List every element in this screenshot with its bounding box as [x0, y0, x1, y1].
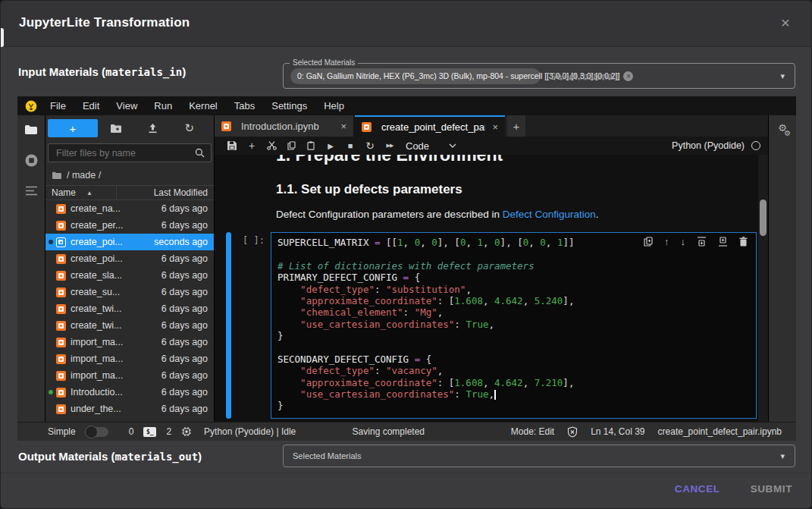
delete-cell-icon[interactable] — [739, 237, 748, 247]
file-row[interactable]: create_su...6 days ago — [45, 284, 214, 300]
code-cell[interactable]: [ ]: SUPERCELL_MATRIX = [[1, 0, 0], [0, … — [226, 232, 768, 419]
column-header-modified[interactable]: Last Modified — [117, 187, 214, 198]
cut-cells-icon[interactable] — [262, 141, 281, 150]
cell-collapser[interactable] — [226, 232, 231, 419]
table-of-contents-icon[interactable] — [25, 186, 38, 196]
file-row[interactable]: import_ma...6 days ago — [45, 334, 214, 350]
output-materials-select[interactable]: Selected Materials ▾ — [283, 445, 795, 467]
tab-introduction[interactable]: Introduction.ipynb × — [215, 115, 355, 137]
breadcrumb[interactable]: / made / — [45, 165, 214, 185]
notebook-file-icon — [56, 388, 66, 397]
chevron-down-icon[interactable]: ▾ — [780, 451, 785, 461]
file-name: create_poi... — [71, 237, 154, 247]
new-folder-icon[interactable] — [98, 124, 134, 134]
file-row[interactable]: create_poi...6 days ago — [45, 250, 214, 267]
insert-cell-above-icon[interactable] — [697, 237, 707, 247]
cancel-button[interactable]: CANCEL — [675, 483, 720, 495]
active-filename[interactable]: create_point_defect_pair.ipynb — [658, 426, 782, 437]
run-cell-icon[interactable]: ▶ — [321, 142, 340, 150]
kernel-status-text[interactable]: Python (Pyodide) | Idle — [204, 426, 296, 437]
kernel-chip-icon[interactable] — [181, 426, 192, 437]
input-select-label: Selected Materials — [290, 58, 358, 68]
file-row[interactable]: Introductio...6 days ago — [45, 384, 214, 401]
file-row[interactable]: under_the...6 days ago — [45, 401, 214, 417]
markdown-cell-h1[interactable]: 1. Prepare the Environment — [226, 155, 768, 166]
paste-cells-icon[interactable] — [301, 141, 321, 150]
close-icon[interactable]: × — [781, 14, 790, 30]
new-tab-button[interactable]: + — [507, 115, 525, 137]
menu-view[interactable]: View — [108, 96, 146, 115]
stop-kernel-icon[interactable]: ■ — [340, 141, 360, 150]
insert-cell-icon[interactable]: + — [242, 140, 262, 152]
kernel-status-icon[interactable] — [751, 141, 760, 150]
restart-run-all-icon[interactable]: ▶▶ — [380, 143, 400, 149]
property-inspector-icon[interactable]: ⚙⚙ — [778, 123, 787, 133]
trust-shield-icon[interactable] — [567, 426, 578, 438]
file-row[interactable]: create_twi...6 days ago — [45, 317, 214, 334]
file-modified: 6 days ago — [161, 320, 208, 331]
tab-close-icon[interactable]: × — [492, 121, 498, 133]
column-header-name[interactable]: Name ▲ — [45, 186, 117, 200]
notebook-file-icon — [56, 287, 66, 297]
filter-files-box[interactable] — [48, 143, 212, 162]
saving-status: Saving completed — [353, 426, 425, 437]
defect-configuration-link[interactable]: Defect Configuration — [503, 209, 596, 220]
file-row[interactable]: create_per...6 days ago — [45, 217, 214, 234]
file-modified: 6 days ago — [161, 203, 208, 214]
notebook-file-icon — [56, 371, 66, 381]
submit-button[interactable]: SUBMIT — [751, 483, 792, 495]
tab-create-point-defect-pair[interactable]: create_point_defect_pair.ip × — [355, 115, 505, 137]
input-materials-select[interactable]: Selected Materials 0: GaN, Gallium Nitri… — [283, 63, 795, 89]
move-cell-up-icon[interactable]: ↑ — [664, 237, 669, 247]
notebook-heading-2: 1.1. Set up defects parameters — [276, 182, 462, 197]
mode-indicator[interactable]: Mode: Edit — [511, 426, 554, 437]
material-chip[interactable]: 0: GaN, Gallium Nitride, HEX (P6_3mc) 3D… — [290, 68, 541, 84]
menu-tabs[interactable]: Tabs — [226, 96, 263, 115]
file-row[interactable]: create_twi...6 days ago — [45, 300, 214, 317]
menu-edit[interactable]: Edit — [74, 96, 108, 115]
menu-run[interactable]: Run — [146, 96, 180, 115]
insert-cell-below-icon[interactable] — [718, 237, 728, 247]
menu-kernel[interactable]: Kernel — [180, 96, 226, 115]
chevron-down-icon[interactable]: ▾ — [780, 71, 785, 81]
file-browser-icon[interactable] — [24, 124, 38, 135]
menu-help[interactable]: Help — [315, 96, 353, 115]
tab-close-icon[interactable]: × — [340, 121, 346, 132]
code-editor[interactable]: SUPERCELL_MATRIX = [[1, 0, 0], [0, 1, 0]… — [271, 232, 757, 419]
menu-settings[interactable]: Settings — [263, 96, 315, 115]
markdown-cell-h2[interactable]: 1.1. Set up defects parameters — [226, 182, 768, 197]
footer-actions: CANCEL SUBMIT — [675, 483, 792, 495]
scrollbar-thumb[interactable] — [760, 200, 767, 236]
file-row[interactable]: create_sla...6 days ago — [45, 267, 214, 284]
simple-mode-toggle[interactable] — [86, 427, 108, 437]
duplicate-cell-icon[interactable] — [644, 237, 653, 247]
file-name: create_per... — [71, 220, 161, 231]
kernel-name[interactable]: Python (Pyodide) — [672, 140, 745, 151]
file-row[interactable]: create_na...6 days ago — [45, 200, 214, 217]
file-row[interactable]: create_poi...seconds ago — [45, 234, 214, 250]
file-row[interactable]: import_ma...6 days ago — [45, 367, 214, 384]
cursor-position[interactable]: Ln 14, Col 39 — [591, 426, 644, 437]
kernels-count[interactable]: 2 — [166, 426, 171, 437]
terminals-count[interactable]: 0 — [129, 426, 134, 437]
menu-file[interactable]: File — [42, 96, 74, 115]
move-cell-down-icon[interactable]: ↓ — [681, 237, 686, 247]
file-row[interactable]: import_ma...6 days ago — [45, 350, 214, 367]
copy-cells-icon[interactable] — [281, 141, 301, 150]
terminal-icon[interactable]: $_ — [143, 427, 156, 437]
running-sessions-icon[interactable] — [24, 153, 39, 168]
cell-type-dropdown[interactable]: Code — [406, 140, 456, 152]
new-launcher-button[interactable]: + — [48, 119, 98, 137]
file-list: create_na...6 days agocreate_per...6 day… — [45, 200, 214, 422]
file-status-dot — [49, 223, 53, 228]
filter-files-input[interactable] — [55, 147, 195, 159]
chip-remove-icon[interactable]: × — [623, 71, 633, 81]
upload-icon[interactable] — [134, 123, 171, 134]
breadcrumb-path: / made / — [67, 170, 101, 181]
save-icon[interactable] — [222, 141, 242, 150]
restart-kernel-icon[interactable]: ↻ — [360, 140, 380, 152]
notebook-scrollbar[interactable] — [758, 155, 768, 422]
notebook-file-icon — [56, 271, 66, 281]
markdown-cell-paragraph[interactable]: Defect Configuration parameters are desc… — [226, 209, 768, 220]
refresh-icon[interactable]: ↻ — [171, 121, 208, 135]
